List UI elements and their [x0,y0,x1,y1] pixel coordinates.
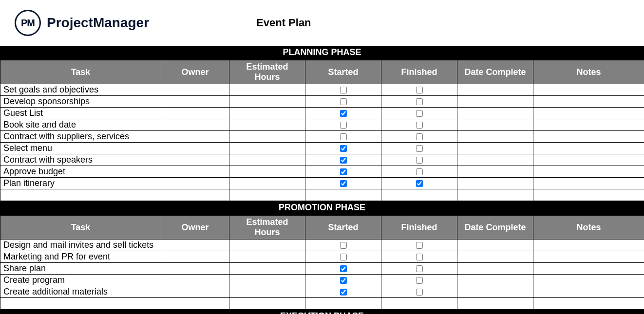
phase-header: EXECUTION PHASE [0,310,644,314]
started-cell [305,84,381,96]
started-checkbox[interactable] [340,242,347,249]
finished-cell [381,286,457,298]
task-cell: Design and mail invites and sell tickets [0,240,161,251]
started-checkbox[interactable] [340,254,347,260]
finished-cell [381,143,457,154]
notes-cell [533,143,644,154]
brand-name: ProjectManager [47,15,149,31]
finished-checkbox[interactable] [416,122,423,129]
date-cell [457,154,533,166]
finished-checkbox[interactable] [416,110,423,117]
finished-checkbox[interactable] [416,277,423,284]
started-cell [305,108,381,119]
phases-container: PLANNING PHASETaskOwnerEstimated HoursSt… [0,46,644,314]
date-cell [457,108,533,119]
notes-cell [533,166,644,178]
started-cell [305,96,381,108]
finished-cell [381,178,457,189]
owner-cell [161,96,229,108]
owner-cell [161,166,229,178]
owner-cell [161,178,229,189]
started-checkbox[interactable] [340,110,347,117]
table-row [0,189,644,201]
task-cell: Share plan [0,263,161,275]
page-title: Event Plan [256,17,311,29]
date-cell [457,251,533,263]
owner-cell [161,108,229,119]
hours-cell [229,143,305,154]
finished-checkbox[interactable] [416,145,423,152]
started-checkbox[interactable] [340,122,347,129]
date-cell [457,143,533,154]
started-cell [305,286,381,298]
started-cell [305,154,381,166]
owner-cell [161,131,229,143]
task-cell: Develop sponsorships [0,96,161,108]
date-cell [457,263,533,275]
column-header-started: Started [305,60,381,84]
finished-checkbox[interactable] [416,254,423,260]
finished-cell [381,240,457,251]
started-cell [305,240,381,251]
started-checkbox[interactable] [340,277,347,284]
task-cell: Create additional materials [0,286,161,298]
brand-logo: PM ProjectManager [15,10,149,36]
header: PM ProjectManager Event Plan [0,0,644,46]
finished-checkbox[interactable] [416,98,423,105]
date-cell [457,166,533,178]
task-cell [0,298,161,310]
started-cell [305,166,381,178]
hours-cell [229,131,305,143]
started-cell [305,119,381,131]
phase-table: TaskOwnerEstimated HoursStartedFinishedD… [0,215,644,310]
date-cell [457,96,533,108]
column-header-date: Date Complete [457,60,533,84]
finished-checkbox[interactable] [416,168,423,175]
finished-cell [381,166,457,178]
finished-cell [381,131,457,143]
finished-cell [381,154,457,166]
started-checkbox[interactable] [340,98,347,105]
started-checkbox[interactable] [340,87,347,93]
notes-cell [533,131,644,143]
started-checkbox[interactable] [340,168,347,175]
started-checkbox[interactable] [340,133,347,140]
date-cell [457,275,533,286]
finished-checkbox[interactable] [416,87,423,93]
hours-cell [229,251,305,263]
hours-cell [229,108,305,119]
hours-cell [229,240,305,251]
logo-badge: PM [15,10,41,36]
owner-cell [161,119,229,131]
finished-checkbox[interactable] [416,265,423,272]
started-checkbox[interactable] [340,265,347,272]
finished-checkbox[interactable] [416,180,423,187]
column-header-hours: Estimated Hours [229,216,305,240]
owner-cell [161,286,229,298]
task-cell: Guest List [0,108,161,119]
finished-checkbox[interactable] [416,289,423,296]
finished-cell [381,108,457,119]
finished-checkbox[interactable] [416,157,423,164]
date-cell [457,131,533,143]
table-row: Create program [0,275,644,286]
notes-cell [533,240,644,251]
hours-cell [229,178,305,189]
finished-checkbox[interactable] [416,242,423,249]
started-checkbox[interactable] [340,157,347,164]
started-checkbox[interactable] [340,289,347,296]
owner-cell [161,240,229,251]
finished-checkbox[interactable] [416,133,423,140]
started-checkbox[interactable] [340,180,347,187]
finished-cell [381,84,457,96]
owner-cell [161,251,229,263]
owner-cell [161,298,229,310]
hours-cell [229,84,305,96]
task-cell: Book site and date [0,119,161,131]
column-header-notes: Notes [533,60,644,84]
notes-cell [533,251,644,263]
hours-cell [229,154,305,166]
date-cell [457,240,533,251]
hours-cell [229,166,305,178]
started-checkbox[interactable] [340,145,347,152]
